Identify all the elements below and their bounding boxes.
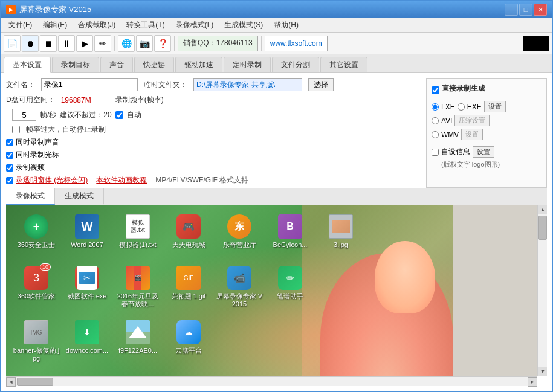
icon-gif-img: GIF — [176, 266, 201, 290]
icon-word2007[interactable]: W Word 2007 — [63, 211, 111, 259]
toolbar-play[interactable]: ▶ — [76, 35, 93, 52]
menu-file[interactable]: 文件(F) — [4, 19, 37, 31]
toolbar-record[interactable]: ⏺ — [22, 35, 39, 52]
lxe-radio[interactable] — [432, 103, 439, 111]
toolbar-website[interactable]: www.tlxsoft.com — [265, 36, 328, 51]
icon-monikitxt[interactable]: 模拟器.txt 模拟器(1).txt — [114, 211, 162, 259]
tab-sound[interactable]: 声音 — [100, 57, 133, 72]
toolbar-tool1[interactable]: ✏ — [94, 35, 111, 52]
lxe-row: LXE EXE 设置 — [432, 101, 542, 112]
compress-btn[interactable]: 压缩设置 — [454, 115, 490, 126]
temp-folder-input[interactable] — [193, 78, 302, 91]
icon-mountain-label: f9F122AE0... — [118, 347, 157, 355]
icon-gif[interactable]: GIF 荣祯题 1.gif — [164, 262, 213, 310]
filename-row: 文件名： 录像1 临时文件夹： 选择 — [6, 78, 416, 91]
icon-screenshot[interactable]: ✂ 截图软件.exe — [63, 262, 111, 310]
sound-checkbox[interactable] — [6, 139, 13, 146]
menu-edit[interactable]: 编辑(E) — [38, 19, 72, 31]
tab-basic-settings[interactable]: 基本设置 — [4, 57, 51, 73]
menu-composite[interactable]: 合成截取(J) — [73, 19, 120, 31]
icon-newyear[interactable]: 🎬 2016年元旦及春节放映... — [114, 262, 162, 310]
menu-record-mode[interactable]: 录像模式(L) — [171, 19, 219, 31]
app-icon: ▶ — [6, 5, 16, 14]
close-button[interactable]: ✕ — [534, 4, 547, 16]
animation-link[interactable]: 本软件动画教程 — [96, 175, 147, 185]
vertical-scrollbar[interactable]: ▲ ▼ — [537, 205, 547, 376]
cursor-checkbox[interactable] — [6, 152, 13, 159]
auto-info-settings-btn[interactable]: 设置 — [473, 146, 494, 158]
auto-checkbox[interactable] — [115, 111, 123, 119]
select-button[interactable]: 选择 — [308, 78, 334, 91]
menu-help[interactable]: 帮助(H) — [269, 19, 303, 31]
toolbar-color-block[interactable] — [523, 36, 549, 51]
scroll-track-v[interactable] — [538, 214, 547, 367]
icon-screenshot-img: ✂ — [75, 266, 99, 290]
icon-becyicon[interactable]: B BeCyIcon... — [266, 211, 314, 259]
icon-gif-label: 荣祯题 1.gif — [172, 292, 206, 300]
tab-split[interactable]: 文件分割 — [272, 57, 319, 72]
wmv-settings-btn[interactable]: 设置 — [461, 129, 483, 140]
scroll-right-btn[interactable]: ► — [528, 377, 537, 387]
direct-record-checkbox[interactable] — [432, 86, 439, 94]
toolbar-help[interactable]: ❓ — [154, 35, 171, 52]
transparent-label[interactable]: 录透明窗体 (光标会闪) — [16, 175, 88, 185]
exe-settings-btn[interactable]: 设置 — [484, 101, 506, 112]
icon-3jpg[interactable]: 3.jpg — [317, 211, 365, 259]
icon-tiangame[interactable]: 🎮 天天电玩城 — [164, 211, 213, 259]
toolbar-new[interactable]: 📄 — [4, 35, 21, 52]
bottom-tab-record-mode[interactable]: 录像模式 — [6, 188, 55, 205]
tab-hotkeys[interactable]: 快捷键 — [134, 57, 174, 72]
avi-row: AVI 压缩设置 — [432, 115, 542, 126]
transparent-checkbox-row: 录透明窗体 (光标会闪) 本软件动画教程 MP4/FLV/SWF/GIF 格式支… — [6, 175, 416, 185]
icon-leqi[interactable]: 东 乐奇营业厅 — [215, 211, 264, 259]
tab-record-target[interactable]: 录制目标 — [52, 57, 99, 72]
icon-bannerjpg[interactable]: IMG banner-修复的.jpg — [12, 316, 60, 365]
scroll-thumb-v[interactable] — [538, 216, 547, 240]
icon-tiangame-img: 🎮 — [176, 214, 201, 239]
scroll-left-btn[interactable]: ◄ — [6, 377, 16, 387]
exe-radio[interactable] — [458, 103, 465, 111]
icon-360security[interactable]: + 360安全卫士 — [12, 211, 60, 259]
cursor-checkbox-row: 同时录制光标 — [6, 150, 416, 160]
wmv-radio[interactable] — [432, 131, 439, 138]
toolbar-stop[interactable]: ⏹ — [40, 35, 57, 52]
scroll-up-btn[interactable]: ▲ — [538, 205, 547, 214]
toolbar-web[interactable]: 🌐 — [118, 35, 135, 52]
icon-downcc[interactable]: ⬇ downcc.com... — [63, 316, 111, 365]
tab-driver[interactable]: 驱动加速 — [175, 57, 222, 72]
transparent-checkbox[interactable] — [6, 177, 13, 184]
filename-input[interactable]: 录像1 — [41, 78, 138, 91]
wmv-label: WMV — [441, 130, 459, 139]
toolbar-capture[interactable]: 📷 — [136, 35, 153, 52]
horizontal-scrollbar[interactable]: ◄ ► — [6, 376, 537, 386]
avi-radio[interactable] — [432, 117, 439, 124]
icon-360software[interactable]: 10 3 360软件管家 — [12, 262, 60, 310]
auto-info-checkbox[interactable] — [432, 149, 439, 156]
scroll-down-btn[interactable]: ▼ — [538, 367, 547, 376]
bottom-tab-generate-mode[interactable]: 生成模式 — [55, 188, 104, 205]
icon-cloud[interactable]: ☁ 云膳平台 — [164, 316, 213, 365]
preview-content[interactable]: + 360安全卫士 W Word 2007 模拟器.txt 模拟器(1).txt — [6, 205, 537, 376]
scroll-thumb-h[interactable] — [17, 378, 53, 386]
freq-input[interactable] — [12, 109, 36, 121]
menu-bar: 文件(F) 编辑(E) 合成截取(J) 转换工具(T) 录像模式(L) 生成模式… — [1, 18, 552, 33]
icon-penassist[interactable]: ✏ 笔谱助手 — [266, 262, 314, 310]
maximize-button[interactable]: □ — [519, 4, 532, 16]
bottom-bar: 录像模式 生成模式 — [6, 188, 547, 205]
icon-mountain[interactable]: f9F122AE0... — [114, 316, 162, 365]
video-checkbox[interactable] — [6, 164, 13, 172]
warn-text: 帧率过大，自动停止录制 — [26, 124, 106, 135]
icon-downcc-img: ⬇ — [75, 320, 99, 344]
icon-screenrecorder[interactable]: 📹 屏幕录像专家 V2015 — [215, 262, 264, 310]
freq-label: 录制频率(帧率) — [115, 95, 164, 105]
auto-stop-checkbox[interactable] — [12, 126, 20, 133]
menu-convert[interactable]: 转换工具(T) — [121, 19, 169, 31]
minimize-button[interactable]: ─ — [505, 4, 518, 16]
scroll-track-h[interactable] — [16, 377, 528, 386]
tab-scheduled[interactable]: 定时录制 — [224, 57, 271, 72]
toolbar: 📄 ⏺ ⏹ ⏸ ▶ ✏ 🌐 📷 ❓ 销售QQ：178046113 www.tlx… — [1, 33, 552, 54]
toolbar-pause[interactable]: ⏸ — [58, 35, 75, 52]
tab-other[interactable]: 其它设置 — [320, 57, 367, 72]
icon-360security-label: 360安全卫士 — [18, 241, 55, 249]
menu-generate-mode[interactable]: 生成模式(S) — [219, 19, 268, 31]
